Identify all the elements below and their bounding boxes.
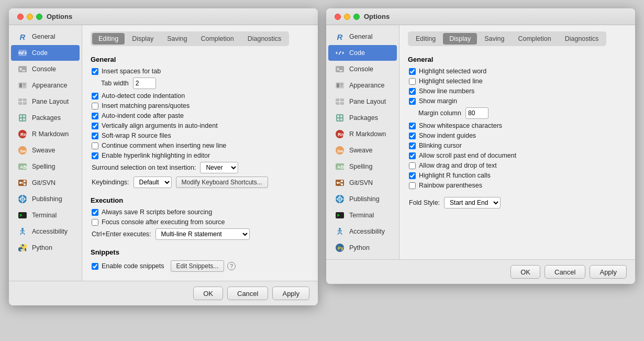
margin-column-input[interactable] (465, 107, 488, 119)
tab1-editing[interactable]: Editing (92, 33, 125, 45)
sidebar2-item-terminal[interactable]: Terminal (328, 207, 397, 223)
svg-rect-40 (340, 83, 343, 85)
show-line-numbers-checkbox[interactable] (409, 88, 416, 95)
continue-comment-checkbox[interactable] (92, 142, 98, 149)
enable-hyperlink-row: Enable hyperlink highlighting in editor (91, 152, 309, 159)
dialog2-cancel-button[interactable]: Cancel (545, 265, 585, 279)
auto-detect-checkbox[interactable] (92, 93, 98, 100)
sidebar2-item-packages[interactable]: Packages (328, 110, 397, 126)
soft-wrap-checkbox[interactable] (92, 133, 98, 139)
tab2-editing[interactable]: Editing (409, 33, 442, 45)
sidebar2-item-spelling[interactable]: ABC Spelling (328, 159, 397, 174)
sidebar1-item-packages[interactable]: Packages (11, 110, 80, 126)
insert-spaces-checkbox[interactable] (92, 68, 98, 75)
tab1-saving[interactable]: Saving (161, 33, 193, 45)
show-margin-row: Show margin (408, 97, 627, 105)
tab2-completion[interactable]: Completion (512, 33, 557, 45)
sidebar1-item-code[interactable]: Code (11, 45, 80, 61)
keybindings-select[interactable]: Default Vim Emacs (134, 177, 172, 188)
sidebar2-item-accessibility[interactable]: Accessibility (328, 224, 397, 239)
sidebar2-item-code[interactable]: Code (328, 45, 397, 61)
sidebar1-item-console[interactable]: Console (11, 61, 80, 77)
focus-console-row: Focus console after executing from sourc… (91, 218, 309, 226)
focus-console-checkbox[interactable] (92, 219, 98, 226)
sidebar2-item-console[interactable]: Console (328, 61, 397, 77)
tab2-diagnostics[interactable]: Diagnostics (559, 33, 605, 45)
allow-drag-drop-checkbox[interactable] (409, 162, 416, 169)
dialog2-apply-button[interactable]: Apply (590, 265, 627, 279)
dialog1-cancel-button[interactable]: Cancel (227, 287, 268, 300)
surround-row: Surround selection on text insertion: Ne… (91, 162, 309, 173)
sidebar1-item-git-svn[interactable]: Git/SVN (11, 175, 80, 191)
sidebar1-item-general[interactable]: R General (11, 29, 80, 45)
sidebar1-item-appearance[interactable]: Appearance (11, 78, 80, 93)
tab-width-input[interactable] (133, 78, 156, 89)
sidebar1-item-accessibility[interactable]: Accessibility (11, 224, 80, 239)
sidebar1-item-publishing[interactable]: Publishing (11, 191, 80, 207)
sidebar2-item-general[interactable]: R General (328, 29, 397, 45)
insert-matching-checkbox[interactable] (92, 103, 98, 109)
sidebar2-item-pane-layout[interactable]: Pane Layout (328, 94, 397, 109)
allow-scroll-past-row: Allow scroll past end of document (408, 152, 627, 159)
show-indent-guides-checkbox[interactable] (409, 133, 416, 139)
soft-wrap-label: Soft-wrap R source files (102, 132, 171, 139)
tab2-saving[interactable]: Saving (478, 33, 510, 45)
sidebar1-item-r-markdown[interactable]: Rmd R Markdown (11, 126, 80, 142)
tab1-display[interactable]: Display (126, 33, 160, 45)
svg-rect-9 (23, 86, 26, 87)
tab1-diagnostics[interactable]: Diagnostics (241, 33, 288, 45)
snippets-help-icon[interactable]: ? (227, 262, 236, 270)
sidebar1-label-appearance: Appearance (32, 82, 67, 89)
dialog2-ok-button[interactable]: OK (510, 265, 540, 279)
auto-indent-checkbox[interactable] (92, 113, 98, 119)
highlight-r-calls-row: Highlight R function calls (408, 172, 627, 179)
sidebar2-item-git-svn[interactable]: Git/SVN (328, 175, 397, 191)
enable-snippets-checkbox[interactable] (92, 263, 98, 270)
svg-rect-36 (336, 66, 344, 72)
dialog1-ok-button[interactable]: OK (193, 287, 223, 300)
sidebar1-item-spelling[interactable]: ABC Spelling (11, 159, 80, 174)
minimize-button2[interactable] (344, 14, 350, 20)
enable-hyperlink-checkbox[interactable] (92, 152, 98, 159)
sidebar1-item-sweave[interactable]: Sw Sweave (11, 142, 80, 158)
modify-shortcuts-button[interactable]: Modify Keyboard Shortcuts... (176, 177, 268, 188)
minimize-button[interactable] (27, 14, 33, 20)
tab1-completion[interactable]: Completion (194, 33, 240, 45)
highlight-word-checkbox[interactable] (409, 68, 416, 75)
show-line-numbers-row: Show line numbers (408, 87, 627, 95)
surround-select[interactable]: Never Quotes Always (200, 162, 238, 173)
always-save-checkbox[interactable] (92, 209, 98, 216)
sidebar1-item-python[interactable]: Python (11, 240, 80, 256)
sidebar2-item-sweave[interactable]: Sw Sweave (328, 142, 397, 158)
highlight-r-calls-checkbox[interactable] (409, 172, 416, 179)
focus-console-label: Focus console after executing from sourc… (102, 218, 225, 226)
dialog2-titlebar: Options (326, 8, 635, 25)
vertically-align-checkbox[interactable] (92, 123, 98, 129)
sidebar2-item-r-markdown[interactable]: Rmd R Markdown (328, 126, 397, 142)
rainbow-parens-checkbox[interactable] (409, 182, 416, 189)
highlight-line-label: Highlight selected line (419, 78, 483, 85)
show-margin-checkbox[interactable] (409, 98, 416, 105)
sidebar2-item-publishing[interactable]: Publishing (328, 191, 397, 207)
maximize-button2[interactable] (353, 14, 360, 20)
blinking-cursor-checkbox[interactable] (409, 142, 416, 149)
close-button2[interactable] (335, 14, 341, 20)
edit-snippets-button[interactable]: Edit Snippets... (171, 260, 225, 272)
sidebar1-item-pane-layout[interactable]: Pane Layout (11, 94, 80, 109)
sidebar2-item-python[interactable]: Py Python (328, 240, 397, 256)
show-whitespace-checkbox[interactable] (409, 123, 416, 129)
allow-scroll-past-checkbox[interactable] (409, 152, 416, 159)
tab2-display[interactable]: Display (443, 33, 477, 45)
maximize-button[interactable] (36, 14, 42, 20)
sidebar1-item-terminal[interactable]: Terminal (11, 207, 80, 223)
ctrl-enter-select[interactable]: Multi-line R statement Current line Curr… (156, 228, 250, 240)
highlight-line-checkbox[interactable] (409, 78, 416, 85)
svg-rect-33 (18, 212, 27, 218)
sidebar1: R General Code Console Appearance (9, 25, 82, 281)
dialog1-apply-button[interactable]: Apply (272, 287, 309, 300)
close-button[interactable] (17, 14, 24, 20)
fold-style-select[interactable]: Start and End Start only End only (444, 197, 501, 208)
sidebar2-item-appearance[interactable]: Appearance (328, 78, 397, 93)
d2-general-section-title: General (408, 56, 627, 63)
dialog1-titlebar: Options (9, 8, 318, 25)
